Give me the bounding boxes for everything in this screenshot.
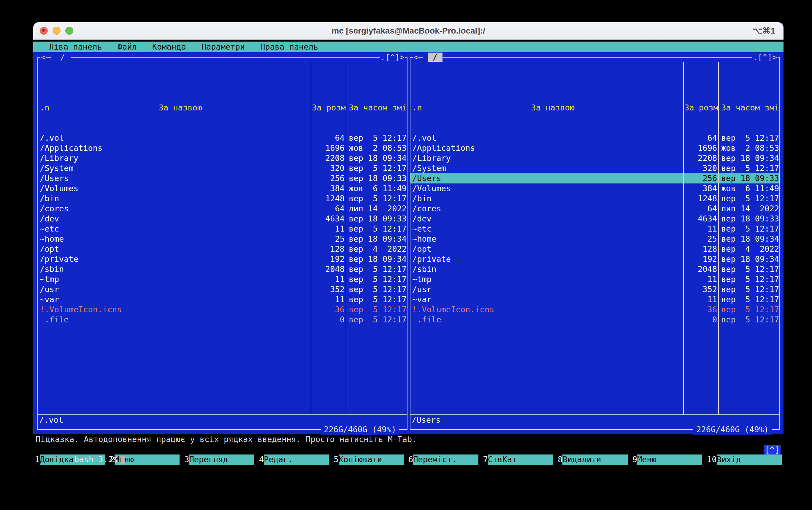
file-size: 4634 <box>684 214 719 224</box>
file-name: .file <box>38 315 311 325</box>
file-row[interactable]: /Applications 1696 жов 2 08:53 <box>410 143 779 153</box>
sort-marker[interactable]: .n <box>40 103 50 113</box>
file-row[interactable]: /.vol 64 вер 5 12:17 <box>38 133 407 143</box>
fkey-3[interactable]: 3Перегляд <box>184 454 259 465</box>
file-row[interactable]: /Volumes 384 жов 6 11:49 <box>410 183 779 194</box>
fkey-9[interactable]: 9Меню <box>633 454 707 465</box>
zoom-button[interactable] <box>65 27 73 35</box>
column-header-size[interactable]: За розм <box>311 103 346 113</box>
file-row[interactable]: !.VolumeIcon.icns 36 вер 5 12:17 <box>38 305 407 315</box>
file-row[interactable]: /bin 1248 вер 5 12:17 <box>410 194 779 204</box>
fkey-8[interactable]: 8Видалити <box>558 454 633 465</box>
fkey-6[interactable]: 6Переміст. <box>408 454 483 465</box>
file-row[interactable]: ~home 25 вер 18 09:34 <box>410 234 779 244</box>
file-mtime: лип 14 2022 <box>719 204 779 214</box>
left-panel-path[interactable]: <─ / <box>40 52 70 62</box>
file-row[interactable]: /System 320 вер 5 12:17 <box>410 163 779 173</box>
file-size: 320 <box>684 163 719 173</box>
mc-menubar: Ліва панельФайлКомандаПараметриПрава пан… <box>33 41 784 52</box>
file-row[interactable]: ~home 25 вер 18 09:34 <box>38 234 407 244</box>
file-mtime: вер 5 12:17 <box>346 224 407 234</box>
file-row[interactable]: /dev 4634 вер 18 09:33 <box>38 214 407 224</box>
file-row[interactable]: /.vol 64 вер 5 12:17 <box>410 133 779 143</box>
file-name: /usr <box>38 284 311 294</box>
fkey-7[interactable]: 7СтвКат <box>483 454 558 465</box>
menu-item[interactable]: Параметри <box>202 41 245 52</box>
close-button[interactable] <box>40 27 48 35</box>
file-row[interactable]: ~var 11 вер 5 12:17 <box>38 294 407 305</box>
sort-marker[interactable]: .n <box>412 103 422 113</box>
file-mtime: вер 5 12:17 <box>346 264 407 274</box>
file-row[interactable]: /sbin 2048 вер 5 12:17 <box>410 264 779 274</box>
file-row[interactable]: /Applications 1696 жов 2 08:53 <box>38 143 407 153</box>
column-header-size[interactable]: За розм <box>684 103 719 113</box>
file-name: ~var <box>410 294 684 305</box>
file-mtime: вер 5 12:17 <box>346 315 407 325</box>
file-row[interactable]: /usr 352 вер 5 12:17 <box>38 284 407 294</box>
minimize-button[interactable] <box>53 27 61 35</box>
file-name: /cores <box>410 204 684 214</box>
right-panel-file-list: .nЗа назвою За розм За часом змі /.vol 6… <box>410 62 779 415</box>
file-row[interactable]: /usr 352 вер 5 12:17 <box>410 284 779 294</box>
file-row[interactable]: /Library 2208 вер 18 09:34 <box>38 153 407 163</box>
file-row[interactable]: .file 0 вер 5 12:17 <box>410 315 779 325</box>
file-row[interactable]: ~tmp 11 вер 5 12:17 <box>410 274 779 284</box>
file-row[interactable]: /opt 128 вер 4 2022 <box>38 244 407 254</box>
file-row[interactable]: /Volumes 384 жов 6 11:49 <box>38 183 407 194</box>
file-mtime: вер 4 2022 <box>719 244 779 254</box>
file-name: /Users <box>410 173 684 183</box>
menu-item[interactable]: Команда <box>152 41 186 52</box>
right-panel-path[interactable]: <─ / <box>413 52 443 62</box>
fkey-5[interactable]: 5Копіювати <box>334 454 408 465</box>
command-line[interactable]: bash-3.2$ [^] <box>33 444 784 454</box>
file-row[interactable]: /cores 64 лип 14 2022 <box>38 204 407 214</box>
file-row[interactable]: /private 192 вер 18 09:34 <box>410 254 779 264</box>
menu-item[interactable]: Файл <box>118 41 137 52</box>
titlebar[interactable]: mc [sergiyfakas@MacBook-Pro.local]:/ ⌥⌘1 <box>33 22 784 40</box>
column-header-mtime[interactable]: За часом змі <box>719 103 779 113</box>
file-size: 352 <box>311 284 346 294</box>
right-panel-controls[interactable]: .[^]> <box>752 52 778 62</box>
column-header-mtime[interactable]: За часом змі <box>346 103 407 113</box>
file-row[interactable]: /Users 256 вер 18 09:33 <box>38 173 407 183</box>
right-panel: <─ / .[^]> .nЗа назвою За розм За часом … <box>410 52 780 434</box>
file-row[interactable]: /private 192 вер 18 09:34 <box>38 254 407 264</box>
menu-item[interactable]: Ліва панель <box>49 41 102 52</box>
menu-item[interactable]: Права панель <box>260 41 318 52</box>
file-row[interactable]: /Library 2208 вер 18 09:34 <box>410 153 779 163</box>
fkey-10[interactable]: 10Вихід <box>707 454 782 465</box>
file-row[interactable]: /sbin 2048 вер 5 12:17 <box>38 264 407 274</box>
fkey-label: СтвКат <box>488 454 553 465</box>
column-header-name[interactable]: За назвою <box>50 103 311 113</box>
file-mtime: вер 18 09:34 <box>346 254 407 264</box>
left-panel-controls[interactable]: .[^]> <box>380 52 405 62</box>
file-name: /sbin <box>410 264 684 274</box>
file-mtime: вер 5 12:17 <box>346 294 407 305</box>
file-row[interactable]: ~tmp 11 вер 5 12:17 <box>38 274 407 284</box>
file-row[interactable]: /bin 1248 вер 5 12:17 <box>38 194 407 204</box>
column-header-name[interactable]: За назвою <box>422 103 684 113</box>
file-row[interactable]: ~etc 11 вер 5 12:17 <box>38 224 407 234</box>
file-row[interactable]: /Users 256 вер 18 09:33 <box>410 173 779 183</box>
fkey-number: 9 <box>633 454 637 465</box>
file-row[interactable]: /cores 64 лип 14 2022 <box>410 204 779 214</box>
file-row[interactable]: .file 0 вер 5 12:17 <box>38 315 407 325</box>
file-row[interactable]: ~etc 11 вер 5 12:17 <box>410 224 779 234</box>
left-panel-file-list: .nЗа назвою За розм За часом змі /.vol 6… <box>38 62 407 415</box>
file-row[interactable]: /System 320 вер 5 12:17 <box>38 163 407 173</box>
file-row[interactable]: !.VolumeIcon.icns 36 вер 5 12:17 <box>410 305 779 315</box>
file-name: /Volumes <box>38 183 311 194</box>
file-row[interactable]: /opt 128 вер 4 2022 <box>410 244 779 254</box>
file-size: 1696 <box>311 143 346 153</box>
file-mtime: жов 6 11:49 <box>719 183 779 194</box>
file-size: 11 <box>684 224 719 234</box>
file-row[interactable]: /dev 4634 вер 18 09:33 <box>410 214 779 224</box>
file-mtime: вер 18 09:34 <box>719 234 779 244</box>
scrollback-marker[interactable]: [^] <box>764 445 781 454</box>
hint-line: Підказка. Автодоповнення працює у всіх р… <box>33 434 784 444</box>
file-name: /bin <box>38 194 311 204</box>
file-size: 36 <box>311 305 346 315</box>
file-row[interactable]: ~var 11 вер 5 12:17 <box>410 294 779 305</box>
file-mtime: вер 5 12:17 <box>346 194 407 204</box>
fkey-4[interactable]: 4Редаг. <box>259 454 334 465</box>
